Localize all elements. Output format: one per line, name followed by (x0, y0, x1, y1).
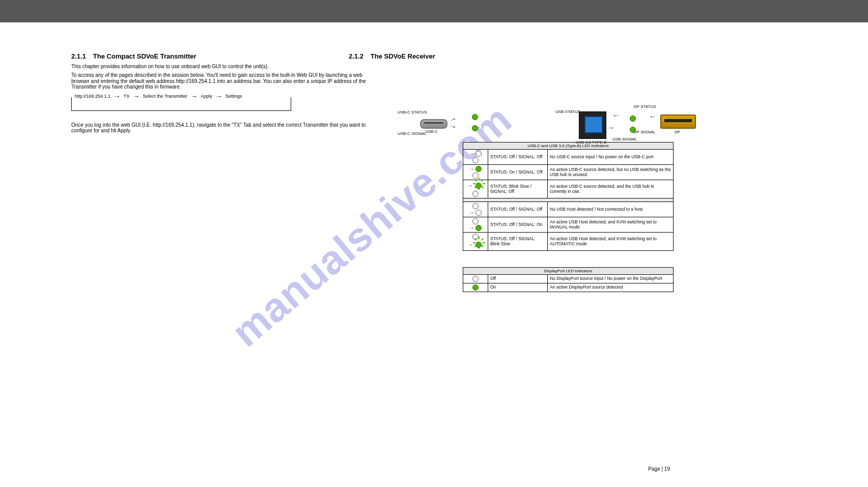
led-on-icon (475, 225, 482, 231)
arrow-icon: → (607, 124, 614, 132)
led-off-icon (472, 173, 479, 179)
icon-cell: → (463, 165, 488, 180)
label: USB-C (425, 129, 438, 134)
icon-cell: → (463, 217, 488, 233)
led-indicator-table-usb: USB-C and USB 3.0 (Type-B) LED indicator… (463, 142, 674, 251)
arrow-indicator-icon: → (469, 151, 474, 157)
table-header: DisplayPort LED indicators (463, 268, 674, 275)
icon-cell: → (463, 180, 488, 198)
table-row: Off No DisplayPort source input / No pow… (463, 275, 674, 283)
label: USB 3.0 TYPE B (576, 140, 606, 145)
usb-b-icon (579, 111, 606, 139)
led-icon (472, 114, 478, 120)
table-row: → STATUS: On / SIGNAL: Off An active USB… (463, 165, 674, 180)
flow-items: http://169.254.1.1 → TX → Select the Tra… (72, 92, 291, 100)
table-row: → STATUS: Off / SIGNAL: Off No USB Host … (463, 202, 674, 217)
flow-step: Apply (198, 94, 215, 99)
section-heading: 2.1.2 The SDVoE Receiver (349, 53, 685, 61)
table-row: → STATUS: Off / SIGNAL: Off No USB-C sou… (463, 150, 674, 165)
flow-step: Select the Transmitter (140, 94, 191, 99)
state-cell: Off (488, 275, 548, 283)
section-heading: 2.1.1 The Compact SDVoE Transmitter (71, 53, 387, 61)
state-cell: STATUS: Blink Slow / SIGNAL: Off (488, 180, 548, 198)
led-icon (472, 125, 478, 131)
arrow-indicator-icon: → (469, 210, 474, 216)
flow-step: TX (121, 94, 133, 99)
state-cell: STATUS: Off / SIGNAL: Off (488, 150, 548, 165)
usb-b-connector: USB STATUS USB SIGNAL USB 3.0 TYPE B ← → (579, 111, 606, 139)
arrow-right-icon: → (190, 92, 198, 100)
usb-c-connector: USB-C STATUS USB-C SIGNAL USB-C → → (420, 119, 447, 129)
section-title: The Compact SDVoE Transmitter (93, 52, 197, 60)
state-cell: STATUS: Off / SIGNAL: Blink Slow (488, 233, 548, 251)
desc-cell: An active USB Host detected, and KVM swi… (548, 217, 674, 233)
arrow-indicator-icon: → (468, 242, 473, 248)
led-indicator-table-dp: DisplayPort LED indicators Off No Displa… (463, 267, 674, 292)
table-header: USB-C and USB 3.0 (Type-B) LED indicator… (463, 142, 674, 149)
table-row: → STATUS: Blink Slow / SIGNAL: Off An ac… (463, 180, 674, 198)
icon-cell: → (463, 150, 488, 165)
flow-diagram: http://169.254.1.1 → TX → Select the Tra… (71, 97, 291, 111)
arrow-icon: ← (612, 111, 620, 120)
led-on-icon (472, 284, 479, 291)
arrow-icon: ← (649, 112, 656, 121)
paragraph: To access any of the pages described in … (71, 72, 382, 90)
label: USB-C SIGNAL (398, 131, 426, 136)
led-off-icon (472, 218, 479, 224)
top-bar (0, 0, 868, 22)
label: USB-C STATUS (398, 110, 427, 114)
led-on-icon (475, 166, 482, 172)
table-row: → STATUS: Off / SIGNAL: On An active USB… (463, 217, 674, 233)
desc-cell: No USB Host detected / Not connected to … (548, 202, 674, 217)
paragraph: Once you log into the web GUI (I.E. http… (71, 122, 382, 134)
led-icon (630, 116, 636, 122)
led-off-icon (472, 191, 479, 197)
flow-step: Settings (222, 94, 245, 99)
usb-c-icon (420, 119, 447, 129)
dp-connector: DP STATUS DP SIGNAL DP ← (660, 114, 696, 129)
desc-cell: An active USB Host detected, and KVM swi… (548, 233, 674, 251)
right-column: 2.1.2 The SDVoE Receiver USB-C STATUS US… (349, 53, 685, 292)
led-flash-icon (474, 181, 483, 190)
arrow-right-icon: → (215, 92, 222, 100)
page-number: Page | 19 (648, 466, 670, 472)
manual-page: manualshive.com 2.1.1 The Compact SDVoE … (0, 22, 741, 487)
led-off-icon (472, 276, 479, 282)
state-cell: On (488, 283, 548, 292)
desc-cell: An active DisplayPort source detected (548, 283, 674, 292)
connector-diagram: USB-C STATUS USB-C SIGNAL USB-C → → USB … (349, 61, 685, 142)
led-flash-icon (474, 240, 483, 249)
state-cell: STATUS: On / SIGNAL: Off (488, 165, 548, 180)
desc-cell: An active USB-C source detected, and the… (548, 180, 674, 198)
icon-cell: → (463, 233, 488, 251)
state-cell: STATUS: Off / SIGNAL: Off (488, 202, 548, 217)
label: DP (675, 130, 680, 134)
paragraph: This chapter provides information on how… (71, 64, 382, 70)
led-off-icon (475, 151, 482, 157)
icon-cell (463, 283, 488, 292)
led-off-icon (475, 210, 482, 216)
label: USB STATUS (555, 109, 580, 114)
flow-step: http://169.254.1.1 (72, 94, 114, 99)
arrow-right-icon: → (114, 92, 121, 100)
icon-cell (463, 275, 488, 283)
section-number: 2.1.1 (71, 52, 86, 60)
left-column: 2.1.1 The Compact SDVoE Transmitter This… (71, 53, 387, 134)
arrow-icon: → (449, 121, 458, 131)
arrow-indicator-icon: → (469, 166, 474, 172)
state-cell: STATUS: Off / SIGNAL: On (488, 217, 548, 233)
label: USB SIGNAL (612, 137, 637, 141)
displayport-icon (660, 114, 696, 129)
icon-cell: → (463, 202, 488, 217)
arrow-indicator-icon: → (468, 183, 473, 189)
label: DP SIGNAL (634, 130, 656, 134)
section-number: 2.1.2 (349, 52, 363, 60)
label: DP STATUS (634, 104, 656, 109)
table-row: → STATUS: Off / SIGNAL: Blink Slow An ac… (463, 233, 674, 251)
arrow-right-icon: → (133, 92, 140, 100)
led-off-icon (472, 157, 479, 163)
desc-cell: An active USB-C source detected, but no … (548, 165, 674, 180)
section-title: The SDVoE Receiver (371, 52, 435, 60)
table-row: On An active DisplayPort source detected (463, 283, 674, 292)
led-off-icon (472, 203, 479, 209)
